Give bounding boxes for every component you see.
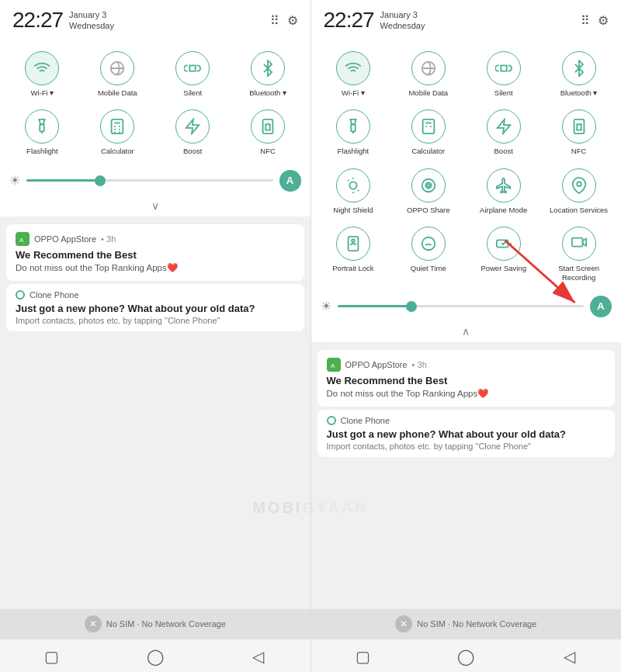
svg-line-27 xyxy=(358,190,359,191)
right-dots-icon[interactable]: ⠿ xyxy=(581,13,590,28)
right-tile-calculator-label: Calculator xyxy=(411,147,445,155)
right-sim-bar: ✕ No SIM · No Network Coverage xyxy=(311,609,622,639)
right-tile-airplane[interactable]: Airplane Mode xyxy=(467,162,539,217)
left-date-block: January 3 Wednesday xyxy=(69,9,114,32)
left-notifications: A OPPO AppStore • 3h We Recommend the Be… xyxy=(0,216,310,609)
left-nav-square[interactable]: ▢ xyxy=(36,647,68,666)
right-notif2-body: Import contacts, photos etc. by tapping … xyxy=(327,442,606,451)
right-tile-boost[interactable]: Boost xyxy=(467,103,539,158)
dots-icon[interactable]: ⠿ xyxy=(270,13,279,28)
right-tile-bluetooth[interactable]: Bluetooth ▾ xyxy=(543,45,615,100)
svg-point-28 xyxy=(422,179,435,192)
right-notif-time: • 3h xyxy=(412,360,427,369)
notif-oppo-left[interactable]: A OPPO AppStore • 3h We Recommend the Be… xyxy=(6,224,304,281)
tile-bluetooth[interactable]: Bluetooth ▾ xyxy=(232,45,304,100)
right-brightness-row: ☀ A xyxy=(311,289,622,324)
right-avatar[interactable]: A xyxy=(590,296,612,317)
svg-point-29 xyxy=(427,184,430,187)
svg-rect-18 xyxy=(422,120,434,133)
notif2-app-left: Clone Phone xyxy=(29,290,79,300)
right-tile-mobile-data[interactable]: Mobile Data xyxy=(392,45,464,100)
right-notif-body: Do not miss out the Top Ranking Apps❤️ xyxy=(327,388,606,399)
right-nav-circle[interactable]: ◯ xyxy=(450,647,481,666)
notif-clone-left[interactable]: Clone Phone Just got a new phone? What a… xyxy=(6,284,304,331)
right-nav-triangle[interactable]: ◁ xyxy=(553,647,585,666)
left-date: January 3 xyxy=(69,9,114,20)
left-tiles-grid: Wi-Fi ▾ Mobile Data xyxy=(6,45,304,159)
svg-rect-36 xyxy=(571,238,582,247)
tile-boost-label: Boost xyxy=(183,147,202,155)
left-time: 22:27 xyxy=(12,8,63,33)
right-tiles-panel: Wi-Fi ▾ Mobile Data xyxy=(311,37,622,289)
notif2-title-left: Just got a new phone? What about your ol… xyxy=(16,303,295,314)
right-tiles-grid: Wi-Fi ▾ Mobile Data xyxy=(317,45,616,285)
right-tile-screen-record[interactable]: Start Screen Recording xyxy=(543,220,615,285)
brightness-slider[interactable] xyxy=(26,179,273,182)
right-tile-calculator[interactable]: Calculator xyxy=(392,103,464,158)
right-tile-wifi-label: Wi-Fi ▾ xyxy=(342,88,365,97)
clone-dot-left xyxy=(16,290,25,300)
right-tile-bluetooth-label: Bluetooth ▾ xyxy=(560,88,598,97)
svg-line-26 xyxy=(348,180,349,181)
right-tile-oppo-share-label: OPPO Share xyxy=(407,206,449,214)
right-tile-wifi[interactable]: Wi-Fi ▾ xyxy=(317,45,390,100)
right-tile-power-saving[interactable]: Power Saving xyxy=(467,220,539,285)
notif-header-left: A OPPO AppStore • 3h xyxy=(16,232,295,246)
right-date: January 3 xyxy=(380,9,425,20)
right-chevron-row[interactable]: ∧ xyxy=(311,324,622,342)
right-settings-icon[interactable]: ⚙ xyxy=(598,13,609,28)
left-chevron-row[interactable]: ∨ xyxy=(0,198,310,216)
right-tile-screen-record-label: Start Screen Recording xyxy=(544,264,613,282)
svg-text:A: A xyxy=(331,362,335,369)
svg-text:A: A xyxy=(19,237,24,244)
chevron-down-icon: ∨ xyxy=(151,199,159,212)
right-tile-nfc[interactable]: NFC xyxy=(543,103,615,158)
left-nav-triangle[interactable]: ◁ xyxy=(243,647,274,666)
left-nav-circle[interactable]: ◯ xyxy=(140,647,171,666)
tile-wifi[interactable]: Wi-Fi ▾ xyxy=(6,45,78,100)
left-sim-x-icon: ✕ xyxy=(85,615,102,632)
right-tile-quiet[interactable]: Quiet Time xyxy=(392,220,464,285)
right-tile-night-shield-label: Night Shield xyxy=(333,206,373,214)
right-nav-bar: ▢ ◯ ◁ xyxy=(311,639,622,672)
tile-nfc-label: NFC xyxy=(260,147,276,155)
svg-rect-16 xyxy=(351,125,356,132)
right-clone-dot xyxy=(327,416,336,425)
right-tile-oppo-share[interactable]: OPPO Share xyxy=(392,162,464,217)
right-tile-silent[interactable]: Silent xyxy=(467,45,539,100)
notif2-header-left: Clone Phone xyxy=(16,290,295,300)
svg-point-30 xyxy=(577,182,581,186)
notif-clone-right[interactable]: Clone Phone Just got a new phone? What a… xyxy=(317,410,616,457)
right-tile-silent-label: Silent xyxy=(494,88,513,97)
notif-title-left: We Recommend the Best xyxy=(16,249,295,261)
right-day: Wednesday xyxy=(380,20,425,31)
settings-icon[interactable]: ⚙ xyxy=(287,13,298,28)
tile-mobile-data[interactable]: Mobile Data xyxy=(82,45,154,100)
right-tile-location[interactable]: Location Services xyxy=(543,162,615,217)
right-date-block: January 3 Wednesday xyxy=(380,9,425,32)
right-notif-app-name: OPPO AppStore xyxy=(345,360,408,369)
notif-oppo-right[interactable]: A OPPO AppStore • 3h We Recommend the Be… xyxy=(317,350,616,407)
right-tile-quiet-label: Quiet Time xyxy=(411,264,446,272)
svg-rect-22 xyxy=(574,120,584,133)
right-sim-text: No SIM · No Network Coverage xyxy=(417,619,536,629)
right-tile-location-label: Location Services xyxy=(550,206,608,214)
tile-flashlight[interactable]: Flashlight xyxy=(6,103,78,158)
left-status-icons: ⠿ ⚙ xyxy=(270,13,298,28)
tile-boost[interactable]: Boost xyxy=(157,103,229,158)
tile-silent[interactable]: Silent xyxy=(157,45,229,100)
tile-calculator[interactable]: Calculator xyxy=(82,103,154,158)
right-tile-night-shield[interactable]: Night Shield xyxy=(317,162,390,217)
right-tile-flashlight[interactable]: Flashlight xyxy=(317,103,390,158)
right-tile-boost-label: Boost xyxy=(494,147,513,155)
tile-nfc[interactable]: NFC xyxy=(232,103,304,158)
svg-rect-11 xyxy=(263,120,273,133)
right-nav-square[interactable]: ▢ xyxy=(347,647,378,666)
left-day: Wednesday xyxy=(69,20,114,31)
left-avatar[interactable]: A xyxy=(279,170,301,192)
notif2-header-right: Clone Phone xyxy=(327,416,606,425)
right-brightness-slider[interactable] xyxy=(338,305,585,307)
left-sim-bar: ✕ No SIM · No Network Coverage xyxy=(0,609,310,639)
right-tile-portrait[interactable]: Portrait Lock xyxy=(317,220,390,285)
tile-mobile-data-label: Mobile Data xyxy=(98,88,137,97)
